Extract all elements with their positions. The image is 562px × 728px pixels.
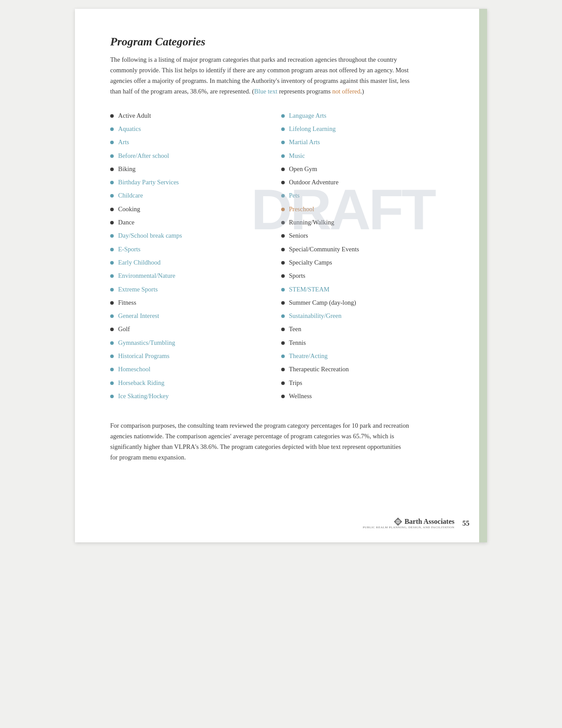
list-item: Music	[281, 151, 443, 160]
program-list: Active AdultAquaticsArtsBefore/After sch…	[110, 111, 452, 405]
bullet-icon	[110, 341, 114, 345]
bullet-icon	[281, 168, 285, 171]
bullet-icon	[110, 114, 114, 118]
item-label: Aquatics	[118, 124, 272, 133]
list-item: Martial Arts	[281, 138, 443, 146]
footer: Barth Associates PUBLIC REALM PLANNING, …	[363, 518, 469, 529]
item-label: Outdoor Adventure	[289, 178, 443, 187]
list-item: Before/After school	[110, 151, 272, 160]
bullet-icon	[281, 261, 285, 265]
list-item: Seniors	[281, 231, 443, 240]
list-item: Summer Camp (day-long)	[281, 298, 443, 307]
item-label: Childcare	[118, 191, 272, 200]
item-label: Gymnastics/Tumbling	[118, 338, 272, 347]
list-item: Teen	[281, 325, 443, 333]
bullet-icon	[110, 127, 114, 131]
item-label: Special/Community Events	[289, 245, 443, 254]
list-item: Lifelong Learning	[281, 124, 443, 133]
list-item: Gymnastics/Tumbling	[110, 338, 272, 347]
bullet-icon	[110, 221, 114, 224]
item-label: E-Sports	[118, 245, 272, 254]
bullet-icon	[281, 381, 285, 385]
item-label: Sustainability/Green	[289, 311, 443, 320]
list-item: Special/Community Events	[281, 245, 443, 254]
list-item: Biking	[110, 164, 272, 173]
list-item: Environmental/Nature	[110, 271, 272, 280]
item-label: Specialty Camps	[289, 258, 443, 267]
intro-text-end: .)	[360, 88, 364, 95]
right-column: Language ArtsLifelong LearningMartial Ar…	[281, 111, 452, 405]
list-item: Preschool	[281, 205, 443, 213]
item-label: Environmental/Nature	[118, 271, 272, 280]
list-item: Aquatics	[110, 124, 272, 133]
item-label: Tennis	[289, 338, 443, 347]
list-item: Trips	[281, 378, 443, 387]
item-label: Music	[289, 151, 443, 160]
list-item: Golf	[110, 325, 272, 333]
bullet-icon	[110, 314, 114, 318]
bullet-icon	[110, 234, 114, 238]
list-item: Historical Programs	[110, 351, 272, 360]
brand-name: Barth Associates	[405, 518, 454, 526]
list-item: Birthday Party Services	[110, 178, 272, 187]
bullet-icon	[110, 208, 114, 211]
list-item: Open Gym	[281, 164, 443, 173]
bullet-icon	[281, 194, 285, 198]
item-label: Martial Arts	[289, 138, 443, 146]
bullet-icon	[281, 141, 285, 144]
bullet-icon	[281, 368, 285, 371]
conclusion-paragraph: For comparison purposes, the consulting …	[110, 421, 410, 463]
item-label: Golf	[118, 325, 272, 333]
bullet-icon	[281, 274, 285, 278]
item-label: Historical Programs	[118, 351, 272, 360]
list-item: Running/Walking	[281, 218, 443, 227]
bullet-icon	[281, 221, 285, 224]
item-label: Theatre/Acting	[289, 351, 443, 360]
item-label: Birthday Party Services	[118, 178, 272, 187]
list-item: STEM/STEAM	[281, 285, 443, 294]
list-item: Theatre/Acting	[281, 351, 443, 360]
bullet-icon	[281, 234, 285, 238]
list-item: Language Arts	[281, 111, 443, 120]
blue-text-label: Blue text	[254, 88, 278, 95]
bullet-icon	[110, 141, 114, 144]
side-bar	[479, 9, 487, 542]
item-label: Language Arts	[289, 111, 443, 120]
intro-paragraph: The following is a listing of major prog…	[110, 55, 410, 97]
list-item: Dance	[110, 218, 272, 227]
bullet-icon	[281, 114, 285, 118]
item-label: Open Gym	[289, 164, 443, 173]
item-label: Sports	[289, 271, 443, 280]
bullet-icon	[110, 261, 114, 265]
bullet-icon	[281, 208, 285, 211]
bullet-icon	[281, 248, 285, 251]
bullet-icon	[281, 395, 285, 398]
bullet-icon	[281, 328, 285, 331]
bullet-icon	[110, 381, 114, 385]
list-item: Outdoor Adventure	[281, 178, 443, 187]
item-label: Arts	[118, 138, 272, 146]
intro-text-mid: represents programs	[277, 88, 332, 95]
bullet-icon	[281, 301, 285, 305]
list-item: Specialty Camps	[281, 258, 443, 267]
bullet-icon	[110, 154, 114, 158]
item-label: Lifelong Learning	[289, 124, 443, 133]
item-label: Extreme Sports	[118, 285, 272, 294]
item-label: Therapeutic Recreation	[289, 365, 443, 373]
list-item: Horseback Riding	[110, 378, 272, 387]
list-item: Fitness	[110, 298, 272, 307]
bullet-icon	[110, 355, 114, 358]
not-offered-label: not offered	[332, 88, 361, 95]
list-item: Arts	[110, 138, 272, 146]
bullet-icon	[281, 127, 285, 131]
page: DRAFT Program Categories The following i…	[75, 9, 487, 542]
list-item: Pets	[281, 191, 443, 200]
list-item: Therapeutic Recreation	[281, 365, 443, 373]
item-label: Before/After school	[118, 151, 272, 160]
item-label: Teen	[289, 325, 443, 333]
item-label: Active Adult	[118, 111, 272, 120]
item-label: Preschool	[289, 205, 443, 213]
footer-tagline: PUBLIC REALM PLANNING, DESIGN, AND FACIL…	[363, 526, 454, 529]
bullet-icon	[110, 168, 114, 171]
item-label: Fitness	[118, 298, 272, 307]
